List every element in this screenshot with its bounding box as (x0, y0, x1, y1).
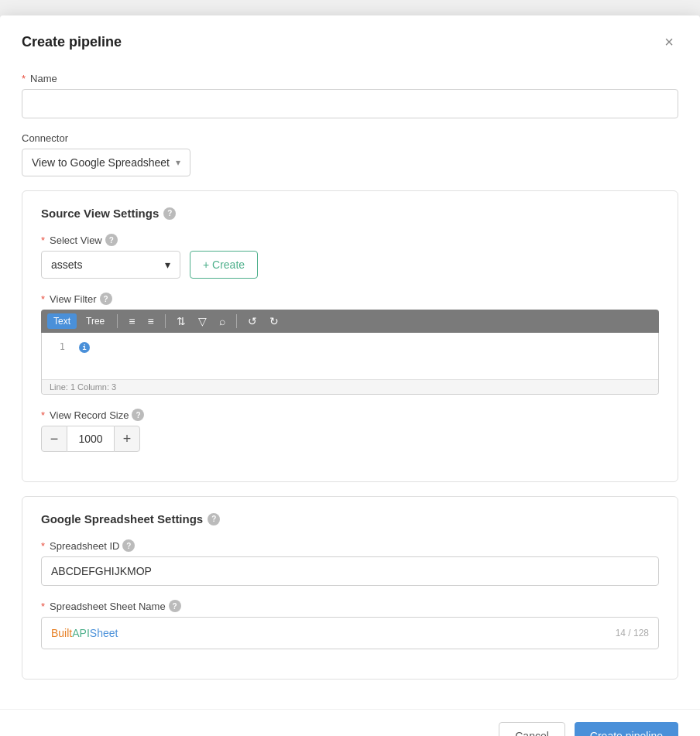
name-input[interactable] (22, 89, 678, 118)
name-label: * Name (22, 73, 678, 84)
line-number-1: 1 (50, 339, 65, 354)
cancel-button[interactable]: Cancel (499, 722, 565, 736)
google-spreadsheet-settings-card: Google Spreadsheet Settings ? * Spreadsh… (22, 496, 678, 680)
select-view-required-marker: * (41, 234, 45, 246)
view-record-size-help-icon[interactable]: ? (132, 409, 144, 421)
filter-icon-button[interactable]: ▽ (194, 313, 211, 330)
source-view-settings-title: Source View Settings ? (41, 207, 659, 220)
connector-label: Connector (22, 132, 678, 144)
select-view-label-text: Select View (50, 234, 102, 246)
spreadsheet-sheet-name-label: * Spreadsheet Sheet Name ? (41, 600, 659, 612)
code-area: 1 i (42, 333, 658, 379)
view-record-size-label: * View Record Size ? (41, 409, 659, 421)
select-view-chevron-icon: ▾ (165, 258, 170, 271)
modal-header: Create pipeline × (0, 15, 700, 65)
select-view-label: * Select View ? (41, 234, 659, 246)
spreadsheet-sheet-name-field-group: * Spreadsheet Sheet Name ? BuiltAPI Shee… (41, 600, 659, 649)
create-pipeline-button[interactable]: Create pipeline (575, 722, 678, 736)
editor-status-bar: Line: 1 Column: 3 (42, 379, 658, 394)
spreadsheet-sheet-name-required-marker: * (41, 601, 45, 612)
align-right-icon-button[interactable]: ≡ (142, 313, 158, 330)
toolbar-divider-1 (117, 314, 118, 328)
modal-body: * Name Connector View to Google Spreadsh… (0, 65, 700, 709)
decrement-button[interactable]: − (41, 426, 67, 452)
toolbar-divider-2 (165, 314, 166, 328)
sheet-name-input-wrap[interactable]: BuiltAPI Sheet 14 / 128 (41, 617, 659, 649)
line-numbers: 1 (42, 339, 73, 373)
text-mode-button[interactable]: Text (47, 313, 77, 329)
view-filter-label: * View Filter ? (41, 293, 659, 305)
view-filter-label-text: View Filter (50, 293, 96, 305)
align-left-icon-button[interactable]: ≡ (124, 313, 139, 330)
connector-dropdown[interactable]: View to Google Spreadsheet ▾ (22, 149, 190, 176)
name-label-text: Name (30, 73, 57, 84)
select-view-value: assets (51, 258, 82, 271)
filter-icon: ▽ (198, 315, 207, 327)
google-spreadsheet-settings-title-text: Google Spreadsheet Settings (41, 512, 203, 525)
modal-footer: Cancel Create pipeline (0, 709, 700, 736)
sort-icon: ⇅ (177, 315, 186, 327)
source-view-settings-help-icon[interactable]: ? (163, 207, 176, 220)
view-record-size-label-text: View Record Size (50, 409, 129, 421)
source-view-settings-card: Source View Settings ? * Select View ? a… (22, 190, 678, 482)
name-field-group: * Name (22, 73, 678, 118)
modal-title: Create pipeline (22, 34, 122, 50)
view-filter-help-icon[interactable]: ? (100, 293, 112, 305)
tree-mode-button[interactable]: Tree (80, 313, 111, 329)
align-left-icon: ≡ (129, 315, 135, 327)
connector-selected-value: View to Google Spreadsheet (32, 156, 170, 169)
undo-icon: ↺ (248, 315, 257, 327)
spreadsheet-id-required-marker: * (41, 540, 45, 552)
toolbar-divider-3 (236, 314, 237, 328)
view-filter-required-marker: * (41, 293, 45, 305)
create-pipeline-modal: Create pipeline × * Name Connector View … (0, 15, 700, 736)
select-view-row: assets ▾ + Create (41, 251, 659, 279)
info-icon: i (79, 342, 90, 353)
sheet-name-display: BuiltAPI Sheet (51, 627, 616, 639)
search-icon-button[interactable]: ⌕ (214, 313, 230, 330)
google-spreadsheet-settings-title: Google Spreadsheet Settings ? (41, 512, 659, 525)
undo-icon-button[interactable]: ↺ (243, 313, 262, 330)
spreadsheet-sheet-name-label-text: Spreadsheet Sheet Name (50, 601, 166, 612)
view-record-size-required-marker: * (41, 409, 45, 421)
char-count: 14 / 128 (616, 628, 649, 638)
search-icon: ⌕ (219, 315, 225, 327)
view-filter-field-group: * View Filter ? Text Tree ≡ ≡ (41, 293, 659, 395)
redo-icon: ↻ (269, 315, 279, 327)
redo-icon-button[interactable]: ↻ (265, 313, 283, 330)
increment-button[interactable]: + (114, 426, 140, 452)
source-view-settings-title-text: Source View Settings (41, 207, 159, 220)
spreadsheet-id-input[interactable] (41, 556, 659, 586)
create-view-button-label: + Create (203, 258, 245, 271)
record-size-input[interactable] (67, 426, 114, 452)
spreadsheet-id-label: * Spreadsheet ID ? (41, 539, 659, 552)
connector-select-wrap: View to Google Spreadsheet ▾ (22, 149, 678, 176)
select-view-help-icon[interactable]: ? (105, 234, 118, 246)
sort-icon-button[interactable]: ⇅ (172, 313, 190, 330)
create-view-button[interactable]: + Create (190, 251, 258, 279)
record-size-stepper: − + (41, 426, 659, 452)
align-right-icon: ≡ (147, 315, 153, 327)
google-spreadsheet-settings-help-icon[interactable]: ? (208, 513, 220, 525)
view-filter-editor[interactable]: 1 i Line: 1 Column: 3 (41, 333, 659, 395)
sheet-name-sheet-part: Sheet (90, 627, 118, 639)
chevron-down-icon: ▾ (176, 157, 180, 168)
spreadsheet-sheet-name-help-icon[interactable]: ? (169, 600, 181, 612)
close-button[interactable]: × (660, 33, 678, 51)
view-filter-toolbar: Text Tree ≡ ≡ ⇅ ▽ (41, 310, 659, 333)
spreadsheet-id-field-group: * Spreadsheet ID ? (41, 539, 659, 586)
sheet-name-api-part: API (72, 627, 90, 639)
spreadsheet-id-label-text: Spreadsheet ID (50, 540, 119, 552)
name-required-marker: * (22, 73, 26, 84)
connector-field-group: Connector View to Google Spreadsheet ▾ (22, 132, 678, 176)
select-view-field-group: * Select View ? assets ▾ + Create (41, 234, 659, 279)
sheet-name-built-part: Built (51, 627, 72, 639)
spreadsheet-id-help-icon[interactable]: ? (122, 539, 135, 552)
select-view-dropdown[interactable]: assets ▾ (41, 251, 180, 279)
code-content[interactable]: i (73, 339, 658, 373)
connector-label-text: Connector (22, 132, 68, 144)
view-record-size-field-group: * View Record Size ? − + (41, 409, 659, 452)
